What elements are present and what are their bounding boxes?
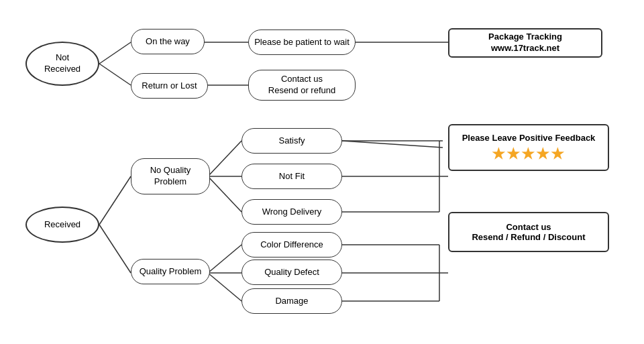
quality-problem-node: Quality Problem [131, 259, 210, 284]
not-fit-node: Not Fit [241, 164, 342, 189]
svg-line-5 [99, 176, 131, 225]
not-received-node: Not Received [25, 42, 99, 86]
no-quality-problem-node: No Quality Problem [131, 158, 210, 194]
patient-node: Please be patient to wait [248, 30, 356, 55]
package-tracking-node: Package Tracking www.17track.net [448, 28, 602, 58]
svg-line-6 [99, 225, 131, 273]
stars: ★★★★★ [492, 146, 566, 163]
contact-resend-refund-discount-box: Contact us Resend / Refund / Discount [448, 212, 609, 252]
contact-resend-refund-node: Contact us Resend or refund [248, 70, 356, 101]
wrong-delivery-node: Wrong Delivery [241, 199, 342, 225]
received-node: Received [25, 207, 99, 243]
diagram: Not Received On the way Return or Lost P… [0, 0, 644, 344]
satisfy-node: Satisfy [241, 128, 342, 154]
feedback-box: Please Leave Positive Feedback ★★★★★ [448, 124, 609, 171]
return-or-lost-node: Return or Lost [131, 73, 208, 99]
svg-line-16 [208, 245, 241, 273]
svg-line-18 [208, 273, 241, 301]
damage-node: Damage [241, 288, 342, 314]
svg-line-9 [208, 176, 241, 212]
svg-line-1 [99, 64, 131, 85]
quality-defect-node: Quality Defect [241, 260, 342, 285]
svg-line-0 [99, 42, 131, 64]
svg-line-7 [208, 141, 241, 176]
svg-line-10 [342, 141, 443, 148]
color-difference-node: Color Difference [241, 232, 342, 257]
on-the-way-node: On the way [131, 29, 205, 54]
